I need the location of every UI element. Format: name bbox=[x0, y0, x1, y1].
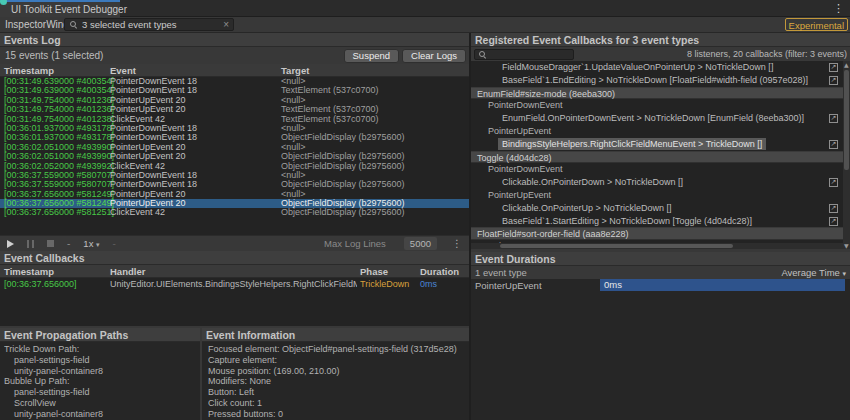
event-information-line: Capture element: bbox=[208, 355, 469, 366]
registered-callback-item[interactable]: FieldMouseDragger`1.UpdateValueOnPointer… bbox=[471, 61, 850, 74]
registered-callbacks-title: Registered Event Callbacks for 3 event t… bbox=[471, 33, 850, 47]
ui-toolkit-event-debugger-window: { "icons": { "menu": "⋮", "clear": "×", … bbox=[0, 0, 850, 420]
playback-speed-value: 1x bbox=[83, 238, 93, 249]
col-timestamp: Timestamp bbox=[4, 65, 54, 76]
callback-phase: TrickleDown bbox=[360, 278, 409, 290]
search-icon bbox=[69, 20, 78, 29]
registered-callbacks-summary: 8 listeners, 20 callbacks (filter: 3 eve… bbox=[687, 49, 847, 59]
registered-callback-label: EnumField.OnPointerDownEvent > NoTrickle… bbox=[498, 112, 808, 124]
event-durations-toolbar: 1 event type Average Time ▾ bbox=[471, 266, 850, 279]
playback-speed-dropdown[interactable]: 1x ▾ bbox=[83, 238, 99, 249]
scrollbar-thumb[interactable] bbox=[500, 244, 733, 248]
clear-search-icon[interactable]: × bbox=[223, 20, 229, 30]
play-icon[interactable] bbox=[7, 240, 14, 248]
window-kebab-menu-icon[interactable]: ⋮ bbox=[833, 2, 844, 15]
event-callbacks-list: [00:36:37.656000]UnityEditor.UIElements.… bbox=[0, 278, 469, 326]
events-log-status: 15 events (1 selected) bbox=[3, 50, 103, 61]
event-callbacks-column-header: Timestamp Handler Phase Duration bbox=[0, 265, 469, 278]
log-row[interactable]: [00:36:37.656000 #581251]ClickEvent 42Ob… bbox=[0, 208, 469, 217]
log-event: ClickEvent 42 bbox=[110, 208, 165, 218]
propagation-path-line: unity-panel-container8 bbox=[4, 366, 200, 377]
registered-callback-label: Clickable.OnPointerUp > NoTrickleDown [] bbox=[498, 202, 675, 214]
registered-callback-label: BaseField`1.StartEditing > NoTrickleDown… bbox=[498, 215, 756, 227]
open-in-source-icon[interactable]: ↗ bbox=[829, 114, 838, 123]
registered-callbacks-toolbar: 8 listeners, 20 callbacks (filter: 3 eve… bbox=[471, 47, 850, 61]
propagation-path-line: unity-panel-container8 bbox=[4, 409, 200, 420]
propagation-path-line: panel-settings-field bbox=[4, 355, 200, 366]
open-in-source-icon[interactable]: ↗ bbox=[829, 178, 838, 187]
event-durations-title: Event Durations bbox=[471, 252, 850, 266]
horizontal-scrollbar[interactable] bbox=[471, 243, 843, 249]
registered-callbacks-list: FieldMouseDragger`1.UpdateValueOnPointer… bbox=[471, 61, 850, 249]
callback-element-header[interactable]: FloatField#sort-order-field (aaa8e228) bbox=[471, 227, 850, 240]
open-in-source-icon[interactable]: ↗ bbox=[829, 63, 838, 72]
duration-bar: 0ms bbox=[600, 279, 845, 291]
open-in-source-icon[interactable]: ↗ bbox=[829, 217, 838, 226]
duration-event-name: PointerUpEvent bbox=[475, 280, 542, 291]
registered-callback-label: BaseField`1.EndEditing > NoTrickleDown [… bbox=[498, 74, 812, 86]
registered-callback-item[interactable]: BindingsStyleHelpers.RightClickFieldMenu… bbox=[471, 138, 850, 151]
registered-callback-item[interactable]: BaseField`1.EndEditing > NoTrickleDown [… bbox=[471, 74, 850, 87]
col-timestamp: Timestamp bbox=[4, 266, 54, 277]
propagation-path-line: panel-settings-field bbox=[4, 387, 200, 398]
callback-event-type[interactable]: PointerDownEvent bbox=[471, 99, 850, 112]
search-icon bbox=[478, 50, 487, 59]
callback-handler: UnityEditor.UIElements.BindingsStyleHelp… bbox=[110, 278, 357, 290]
callback-event-type[interactable]: PointerUpEvent bbox=[471, 189, 850, 202]
clear-logs-button[interactable]: Clear Logs bbox=[402, 49, 466, 63]
scroll-up-icon[interactable]: ▲ bbox=[844, 61, 849, 68]
speed-increase-button[interactable]: - bbox=[113, 238, 116, 249]
average-time-sort-dropdown[interactable]: Average Time ▾ bbox=[781, 267, 846, 278]
callback-event-type[interactable]: PointerUpEvent bbox=[471, 125, 850, 138]
open-in-source-icon[interactable]: ↗ bbox=[829, 76, 838, 85]
propagation-path-line: Trickle Down Path: bbox=[4, 344, 200, 355]
propagation-path-line: ScrollView bbox=[4, 398, 200, 409]
event-information-content: Focused element: ObjectField#panel-setti… bbox=[202, 342, 469, 420]
event-type-filter-search[interactable]: 3 selected event types × bbox=[64, 18, 234, 31]
open-in-source-icon[interactable]: ↗ bbox=[829, 204, 838, 213]
col-target: Target bbox=[281, 65, 309, 76]
event-information-line: Pressed buttons: 0 bbox=[208, 409, 469, 420]
speed-decrease-button[interactable]: - bbox=[67, 238, 70, 249]
sort-label: Average Time bbox=[781, 267, 839, 278]
suspend-button[interactable]: Suspend bbox=[344, 49, 400, 63]
max-log-lines-label: Max Log Lines bbox=[324, 238, 386, 249]
event-propagation-paths-content: Trickle Down Path: panel-settings-field … bbox=[0, 342, 200, 420]
registered-callback-item[interactable]: Clickable.OnPointerDown > NoTrickleDown … bbox=[471, 176, 850, 189]
chevron-down-icon: ▾ bbox=[842, 270, 846, 278]
callback-element-header[interactable]: EnumField#size-mode (8eeba300) bbox=[471, 87, 850, 100]
col-phase: Phase bbox=[360, 266, 388, 277]
events-log-list: [00:31:49.639000 #400354]PointerDownEven… bbox=[0, 77, 469, 235]
callback-event-type[interactable]: PointerDownEvent bbox=[471, 163, 850, 176]
col-duration: Duration bbox=[420, 266, 459, 277]
callback-timestamp: [00:36:37.656000] bbox=[4, 278, 77, 290]
registered-callbacks-search-input[interactable] bbox=[474, 49, 574, 60]
registered-callback-item[interactable]: EnumField.OnPointerDownEvent > NoTrickle… bbox=[471, 112, 850, 125]
propagation-path-line: Bubble Up Path: bbox=[4, 376, 200, 387]
log-kebab-menu-icon[interactable]: ⋮ bbox=[452, 238, 462, 249]
open-in-source-icon[interactable]: ↗ bbox=[829, 140, 838, 149]
vertical-scrollbar[interactable]: ▲ ▼ bbox=[843, 61, 850, 249]
event-information-line: Button: Left bbox=[208, 387, 469, 398]
registered-callback-item[interactable]: Clickable.OnPointerUp > NoTrickleDown []… bbox=[471, 202, 850, 215]
registered-callback-label: FieldMouseDragger`1.UpdateValueOnPointer… bbox=[498, 61, 777, 73]
event-durations-count: 1 event type bbox=[475, 267, 527, 278]
pause-icon[interactable] bbox=[27, 240, 34, 248]
callback-element-header[interactable]: Toggle (4d04dc28) bbox=[471, 151, 850, 164]
event-information-line: Mouse position: (169.00, 210.00) bbox=[208, 366, 469, 377]
scrollbar-thumb[interactable] bbox=[844, 70, 849, 170]
search-value: 3 selected event types bbox=[82, 19, 177, 30]
registered-callback-item[interactable]: BaseField`1.StartEditing > NoTrickleDown… bbox=[471, 215, 850, 228]
col-handler: Handler bbox=[110, 266, 145, 277]
main-toolbar: InspectorWindow▾ 3 selected event types … bbox=[0, 17, 850, 33]
stop-icon[interactable] bbox=[47, 240, 54, 247]
scroll-down-icon[interactable]: ▼ bbox=[844, 242, 849, 249]
events-log-title: Events Log bbox=[0, 33, 469, 47]
duration-row[interactable]: PointerUpEvent0ms bbox=[471, 279, 850, 292]
event-information-title: Event Information bbox=[202, 328, 469, 342]
events-log-toolbar: 15 events (1 selected) Suspend Clear Log… bbox=[0, 47, 469, 64]
max-log-lines-input[interactable]: 5000 bbox=[404, 237, 437, 250]
callback-row[interactable]: [00:36:37.656000]UnityEditor.UIElements.… bbox=[0, 278, 469, 291]
callback-duration: 0ms bbox=[420, 278, 437, 290]
tab-ui-toolkit-event-debugger[interactable]: UI Toolkit Event Debugger bbox=[0, 0, 120, 17]
